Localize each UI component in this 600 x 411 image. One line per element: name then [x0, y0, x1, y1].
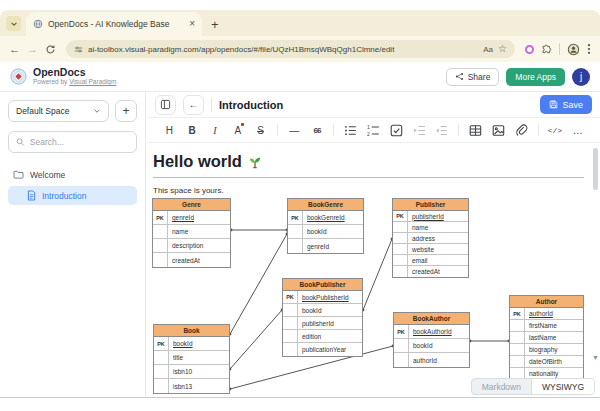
svg-text:1: 1 [367, 124, 370, 130]
italic-icon[interactable]: I [204, 118, 227, 142]
bullet-list-icon[interactable] [339, 118, 362, 142]
er-pk-cell [510, 332, 525, 343]
markdown-mode-button[interactable]: Markdown [472, 379, 531, 394]
site-settings-icon[interactable] [74, 45, 83, 54]
er-field-name: address [408, 235, 435, 242]
translate-icon[interactable]: Aa [483, 45, 493, 54]
bookmark-star-icon[interactable]: ☆ [498, 44, 507, 54]
strikethrough-icon[interactable]: S [249, 118, 272, 142]
er-field-name: publisherId [408, 213, 444, 220]
forward-icon[interactable]: → [27, 44, 38, 55]
er-field-name: bookId [303, 228, 327, 235]
er-field-row: authorId [394, 353, 469, 367]
link-icon[interactable] [510, 118, 533, 142]
divider [277, 124, 278, 136]
space-row: Default Space + [8, 100, 137, 122]
er-pk-cell: PK [153, 211, 168, 224]
format-toolbar: HBIAS—6612</>… [147, 118, 600, 143]
horizontal-rule-icon[interactable]: — [283, 118, 306, 142]
task-list-icon[interactable] [385, 118, 408, 142]
quote-icon[interactable]: 66 [306, 118, 329, 142]
scroll-down-arrow-icon[interactable]: ▼ [592, 354, 599, 361]
tab-close-icon[interactable]: × [189, 19, 195, 29]
font-color-icon[interactable]: A [226, 118, 249, 142]
er-diagram[interactable]: GenrePKgenreIdnamedescriptioncreatedAtBo… [147, 144, 600, 397]
new-tab-button[interactable]: + [211, 18, 219, 31]
er-field-row: PKauthorId [510, 308, 583, 320]
extensions-puzzle-icon[interactable] [541, 44, 552, 55]
tree-item-welcome[interactable]: Welcome [8, 165, 137, 184]
wysiwyg-mode-button[interactable]: WYSIWYG [531, 379, 594, 394]
browser-tab[interactable]: OpenDocs - AI Knowledge Base × [26, 12, 202, 36]
document-icon [27, 190, 36, 201]
main-panel: ← Introduction Save HBIAS—6612</>… Hello… [147, 92, 600, 397]
er-field-row: PKbookId [154, 337, 229, 351]
back-icon[interactable]: ← [9, 44, 20, 55]
chevron-down-icon [93, 107, 101, 115]
er-field-name: authorId [525, 310, 553, 317]
er-field-name: createdAt [168, 257, 200, 264]
search-icon [16, 137, 25, 147]
image-icon[interactable] [487, 118, 510, 142]
add-page-button[interactable]: + [115, 100, 137, 122]
er-field-name: bookPublisherId [298, 294, 349, 301]
toggle-sidebar-button[interactable] [155, 95, 176, 115]
er-pk-cell: PK [394, 325, 409, 338]
tree-item-introduction[interactable]: Introduction [8, 186, 137, 205]
er-field-name: isbn10 [169, 368, 192, 375]
browser-profile-icon[interactable] [567, 43, 580, 56]
tab-strip: OpenDocs - AI Knowledge Base × + [0, 10, 600, 36]
browser-menu-icon[interactable] [587, 43, 591, 55]
er-entity-title: Genre [153, 199, 230, 211]
user-avatar[interactable]: j [572, 68, 590, 86]
ordered-list-icon[interactable]: 12 [362, 118, 385, 142]
url-text[interactable]: ai-toolbox.visual-paradigm.com/app/opend… [88, 45, 478, 54]
er-pk-cell: PK [510, 308, 525, 319]
er-field-row: publisherId [283, 317, 362, 330]
code-icon[interactable]: </> [544, 118, 567, 142]
more-apps-button[interactable]: More Apps [506, 68, 565, 86]
sidebar: Default Space + Welcome Introduction [0, 92, 146, 397]
er-pk-cell [283, 317, 298, 329]
scrollbar-thumb[interactable] [593, 148, 598, 190]
heading-icon[interactable]: H [158, 118, 181, 142]
er-field-row: PKbookAuthorId [394, 325, 469, 339]
reload-icon[interactable] [45, 44, 56, 55]
visual-paradigm-link[interactable]: Visual Paradigm [69, 78, 116, 85]
more-icon[interactable]: … [566, 118, 589, 142]
brand: OpenDocs Powered by Visual Paradigm [10, 67, 116, 86]
search-input[interactable] [30, 137, 129, 147]
er-field-row: description [153, 239, 230, 253]
er-entity-genre: GenrePKgenreIdnamedescriptioncreatedAt [152, 198, 231, 268]
content-scrollbar[interactable]: ▼ [590, 146, 600, 381]
search-box[interactable] [8, 131, 137, 153]
er-entity-book: BookPKbookIdtitleisbn10isbn13 [153, 324, 230, 394]
url-bar[interactable]: ai-toolbox.visual-paradigm.com/app/opend… [66, 40, 515, 58]
er-field-row: PKpublisherId [393, 211, 468, 222]
er-field-row: dateOfBirth [510, 356, 583, 368]
space-selector[interactable]: Default Space [8, 100, 109, 122]
bold-icon[interactable]: B [181, 118, 204, 142]
er-pk-cell [154, 351, 169, 364]
save-button[interactable]: Save [540, 95, 592, 114]
er-field-name: genreId [303, 243, 329, 250]
er-entity-title: Book [154, 325, 229, 337]
er-field-row: biography [510, 344, 583, 356]
editor-content[interactable]: Hello world This space is yours. GenrePK… [147, 144, 600, 397]
er-field-row: genreId [288, 239, 363, 253]
tab-search-button[interactable] [6, 16, 21, 31]
share-button[interactable]: Share [446, 68, 500, 86]
divider [559, 43, 560, 55]
back-button[interactable]: ← [183, 95, 204, 115]
er-field-row: name [393, 222, 468, 233]
er-pk-cell: PK [154, 337, 169, 350]
er-field-name: email [408, 257, 428, 264]
page-tree: Welcome Introduction [8, 165, 137, 205]
browser-chrome: OpenDocs - AI Knowledge Base × + ← → ai-… [0, 10, 600, 62]
extension-badge-icon[interactable] [525, 45, 534, 54]
table-icon[interactable] [464, 118, 487, 142]
er-field-row: isbn13 [154, 379, 229, 393]
share-icon [455, 72, 464, 81]
er-pk-cell [393, 266, 408, 277]
chevron-down-icon [10, 20, 18, 28]
